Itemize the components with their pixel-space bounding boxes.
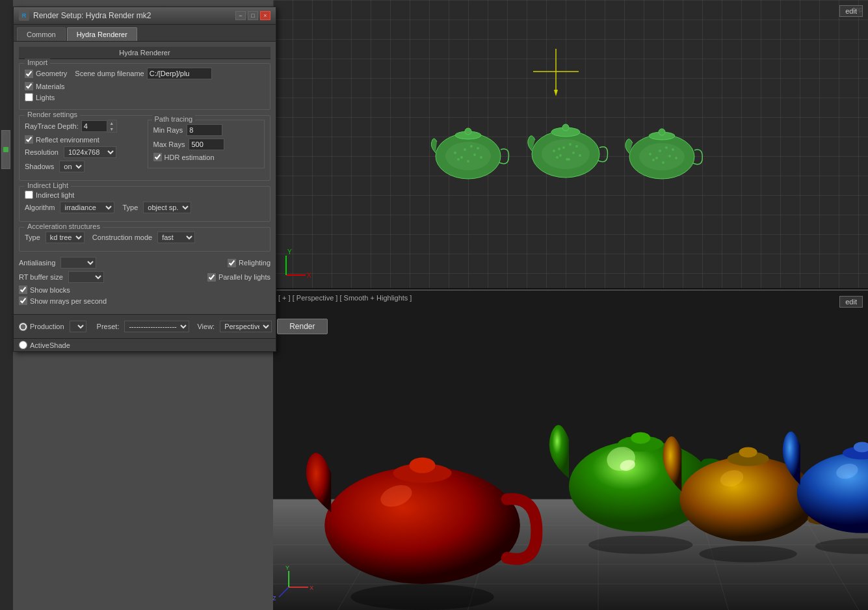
raytrace-down[interactable]: ▼ bbox=[107, 126, 116, 132]
materials-row: Materials bbox=[25, 82, 265, 90]
hdr-checkbox-label[interactable]: HDR estimation bbox=[153, 153, 215, 161]
show-blocks-label[interactable]: Show blocks bbox=[19, 285, 70, 294]
reflect-checkbox-label[interactable]: Reflect environment bbox=[25, 135, 99, 144]
svg-point-13 bbox=[460, 156, 463, 159]
type-select[interactable]: object sp. world bbox=[143, 202, 191, 213]
production-select[interactable] bbox=[70, 321, 86, 332]
svg-text:Y: Y bbox=[287, 249, 292, 256]
svg-point-6 bbox=[465, 128, 471, 135]
view-label: View: bbox=[197, 323, 215, 330]
tab-common[interactable]: Common bbox=[17, 27, 66, 41]
raytrace-label: RayTrace Depth: bbox=[25, 122, 79, 130]
algorithm-label: Algorithm bbox=[25, 204, 55, 211]
preset-select[interactable]: -------------------- bbox=[124, 321, 189, 332]
max-rays-input[interactable] bbox=[189, 139, 224, 150]
minimize-button[interactable]: − bbox=[235, 11, 246, 20]
min-rays-input[interactable] bbox=[187, 124, 222, 136]
svg-point-24 bbox=[556, 156, 559, 159]
raytrace-input[interactable] bbox=[81, 120, 107, 132]
acceleration-group: Acceleration structures Type kd tree BVH… bbox=[19, 227, 270, 252]
algorithm-row: Algorithm irradiance path tracing Type o… bbox=[25, 202, 265, 213]
parallel-lights-checkbox[interactable] bbox=[207, 273, 216, 282]
teapot-wire-1 bbox=[429, 124, 514, 182]
indirect-light-checkbox[interactable] bbox=[25, 191, 33, 199]
max-rays-row: Max Rays bbox=[153, 139, 259, 150]
lights-checkbox[interactable] bbox=[25, 93, 33, 101]
resolution-select[interactable]: 1024x768 800x600 1920x1080 bbox=[64, 146, 116, 158]
max-rays-label: Max Rays bbox=[153, 140, 185, 148]
reflect-checkbox[interactable] bbox=[25, 135, 33, 144]
relighting-checkbox[interactable] bbox=[228, 259, 236, 267]
teapot-wire-3 bbox=[624, 126, 705, 183]
viewport-bottom[interactable]: [ + ] [ Perspective ] [ Smooth + Highlig… bbox=[273, 291, 868, 610]
show-blocks-checkbox[interactable] bbox=[19, 285, 27, 294]
view-select[interactable]: Perspective bbox=[220, 321, 272, 332]
antialiasing-row: Antialiasing Relighting bbox=[19, 257, 270, 269]
show-mrays-text: Show mrays per second bbox=[30, 297, 107, 305]
dialog-title-text: Render Setup: Hydra Render mk2 bbox=[33, 11, 151, 20]
construction-mode-select[interactable]: fast quality bbox=[157, 232, 195, 243]
scene-svg: X Y Z bbox=[273, 291, 868, 610]
viewport-top[interactable]: top edit bbox=[273, 0, 868, 289]
svg-point-60 bbox=[350, 584, 493, 610]
indirect-light-row: Indirect light bbox=[25, 191, 265, 199]
render-button[interactable]: Render bbox=[277, 319, 327, 334]
activeshade-radio[interactable] bbox=[19, 341, 27, 349]
rt-buffer-select[interactable] bbox=[68, 271, 104, 283]
show-mrays-checkbox[interactable] bbox=[19, 297, 27, 305]
hdr-row: HDR estimation bbox=[153, 153, 259, 161]
antialiasing-select[interactable] bbox=[60, 257, 96, 269]
algorithm-select[interactable]: irradiance path tracing bbox=[60, 202, 114, 213]
show-mrays-label[interactable]: Show mrays per second bbox=[19, 297, 107, 305]
svg-point-43 bbox=[675, 157, 677, 159]
svg-point-41 bbox=[655, 157, 658, 159]
raytrace-row: RayTrace Depth: ▲ ▼ bbox=[25, 120, 142, 133]
svg-point-14 bbox=[470, 145, 473, 148]
svg-point-39 bbox=[652, 159, 655, 161]
edit-button-top[interactable]: edit bbox=[839, 5, 863, 17]
geometry-checkbox-label[interactable]: Geometry bbox=[25, 70, 67, 78]
min-rays-row: Min Rays bbox=[153, 124, 259, 136]
svg-point-20 bbox=[553, 150, 555, 152]
svg-rect-91 bbox=[3, 147, 8, 152]
accel-type-select[interactable]: kd tree BVH bbox=[46, 232, 85, 243]
production-radio[interactable] bbox=[19, 323, 27, 331]
svg-text:X: X bbox=[307, 272, 311, 279]
left-panel bbox=[0, 0, 13, 610]
lights-label: Lights bbox=[36, 94, 55, 101]
activeshade-radio-label[interactable]: ActiveShade bbox=[19, 341, 270, 349]
teapot-wire-2 bbox=[527, 120, 611, 182]
materials-checkbox-label[interactable]: Materials bbox=[25, 82, 65, 90]
tab-hydra-renderer[interactable]: Hydra Renderer bbox=[67, 27, 137, 41]
show-mrays-row: Show mrays per second bbox=[19, 297, 270, 305]
maximize-button[interactable]: □ bbox=[248, 11, 258, 20]
geometry-checkbox[interactable] bbox=[25, 70, 33, 78]
materials-checkbox[interactable] bbox=[25, 82, 33, 90]
shadows-select[interactable]: on off bbox=[59, 161, 85, 172]
svg-point-22 bbox=[572, 152, 575, 154]
raytrace-up[interactable]: ▲ bbox=[107, 120, 116, 126]
svg-point-28 bbox=[579, 154, 581, 157]
svg-point-15 bbox=[480, 156, 482, 159]
viewport-bottom-label: [ + ] [ Perspective ] [ Smooth + Highlig… bbox=[278, 294, 412, 302]
raytrace-arrows: ▲ ▼ bbox=[107, 120, 117, 133]
edit-button-bottom[interactable]: edit bbox=[839, 296, 863, 308]
lights-row: Lights bbox=[25, 93, 265, 101]
indirect-light-checkbox-label[interactable]: Indirect light bbox=[25, 191, 74, 199]
dialog-title: R Render Setup: Hydra Render mk2 bbox=[19, 10, 151, 21]
production-radio-label[interactable]: Production bbox=[19, 323, 64, 331]
scene-dump-input[interactable] bbox=[147, 68, 212, 79]
rt-buffer-row: RT buffer size Parallel by lights bbox=[19, 271, 270, 283]
parallel-lights-checkbox-label[interactable]: Parallel by lights bbox=[207, 273, 270, 282]
svg-point-8 bbox=[464, 148, 466, 151]
lights-checkbox-label[interactable]: Lights bbox=[25, 93, 55, 101]
close-button[interactable]: × bbox=[260, 11, 270, 20]
render-settings-block: Render settings RayTrace Depth: ▲ ▼ bbox=[19, 115, 270, 181]
svg-point-35 bbox=[649, 153, 651, 155]
indirect-light-label: Indirect light bbox=[36, 191, 74, 199]
reflect-row: Reflect environment bbox=[25, 135, 142, 144]
left-panel-toggle[interactable] bbox=[1, 130, 10, 169]
relighting-checkbox-label[interactable]: Relighting bbox=[228, 259, 270, 267]
svg-point-40 bbox=[672, 148, 674, 151]
hdr-checkbox[interactable] bbox=[153, 153, 162, 161]
